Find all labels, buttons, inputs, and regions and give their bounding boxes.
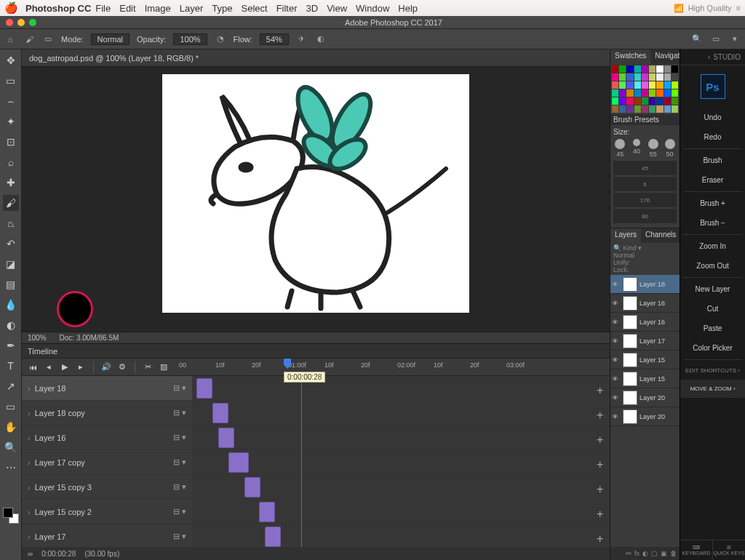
add-clip-icon[interactable]: + [597,409,605,417]
brush-tool[interactable]: 🖌 [3,195,19,211]
fx-icon[interactable]: fx [634,550,640,557]
swatch[interactable] [664,97,671,105]
clip-row[interactable] [192,500,610,524]
track-row[interactable]: ›Layer 16⊟ ▾ [22,425,192,450]
next-frame-icon[interactable]: ▸ [76,362,86,372]
opacity-value[interactable]: 100% [173,33,207,45]
visibility-icon[interactable]: 👁 [612,337,621,345]
swatch[interactable] [642,81,648,89]
new-layer-button[interactable]: New Layer [680,279,745,299]
clip-row[interactable] [192,376,610,401]
folder-icon[interactable]: ▢ [651,550,658,557]
document-tab[interactable]: dog_astropad.psd @ 100% (Layer 18, RGB/8… [22,49,610,67]
swatch[interactable] [612,65,618,73]
layer-item[interactable]: 👁Layer 16 [610,313,680,332]
swatch[interactable] [672,97,678,105]
eyedropper-tool[interactable]: ⌕ [3,154,19,170]
redo-button[interactable]: Redo [680,127,745,147]
kind-filter[interactable]: 🔍 Kind ▾ [613,244,642,252]
brush-stroke-sample[interactable]: 80 [613,209,677,223]
layers-tab[interactable]: Layers [610,228,641,243]
swatch[interactable] [619,81,626,89]
add-clip-icon[interactable]: + [597,433,605,442]
menu-type[interactable]: Type [212,3,232,14]
quickkeys-button[interactable]: ⊞QUICK KEYS [713,540,745,560]
layer-item[interactable]: 👁Layer 16 [610,294,680,313]
menu-window[interactable]: Window [356,3,389,14]
new-layer-icon[interactable]: ▣ [661,550,667,557]
swatch[interactable] [649,65,656,73]
clip[interactable] [228,452,249,473]
zoom-tool[interactable]: 🔍 [3,439,19,455]
eraser-button[interactable]: Eraser [680,170,745,190]
mode-select[interactable]: Normal [91,33,130,45]
layer-item[interactable]: 👁Layer 20 [610,407,680,426]
visibility-icon[interactable]: 👁 [612,300,621,307]
add-clip-icon[interactable]: + [597,483,605,492]
playhead[interactable] [284,359,291,369]
healing-tool[interactable]: ✚ [3,175,19,191]
color-swatches[interactable] [3,508,19,524]
swatch[interactable] [649,105,656,113]
swatch[interactable] [649,97,656,105]
clip-row[interactable] [192,524,610,547]
transition-icon[interactable]: ▨ [159,362,169,372]
swatch[interactable] [634,73,641,81]
swatch[interactable] [649,89,656,97]
timeline-ruler[interactable]: 00 10f 20f 01:00f 10f 20f 02:00f 10f 20f… [175,359,604,375]
swatch[interactable] [619,97,626,105]
add-clip-icon[interactable]: + [597,384,605,393]
timeline-tab[interactable]: Timeline [28,347,57,356]
link-icon[interactable]: ⚯ [626,550,632,557]
swatch[interactable] [634,97,641,105]
color-picker-button[interactable]: Color Picker [680,338,745,358]
menu-image[interactable]: Image [145,3,171,14]
swatches-grid[interactable] [610,64,680,114]
menu-filter[interactable]: Filter [276,3,298,14]
blend-mode[interactable]: Normal [613,252,634,259]
swatch[interactable] [626,89,633,97]
minimize-icon[interactable] [17,19,25,26]
swatch[interactable] [634,81,641,89]
first-frame-icon[interactable]: ⏮ [28,363,38,372]
pressure-opacity-icon[interactable]: ◔ [215,33,226,45]
swatch[interactable] [664,81,671,89]
swatch[interactable] [626,65,633,73]
shape-tool[interactable]: ▭ [3,399,19,415]
swatch[interactable] [619,73,626,81]
swatch[interactable] [672,81,678,89]
timeline-fps[interactable]: (30.00 fps) [84,550,119,558]
brush-preset-icon[interactable]: 🖌 [23,33,35,45]
workspace-icon[interactable]: ▾ [729,33,741,45]
flow-value[interactable]: 54% [260,33,289,45]
swatch[interactable] [626,105,633,113]
swatch[interactable] [634,89,641,97]
add-clip-icon[interactable]: + [597,458,605,467]
track-row[interactable]: ›Layer 18⊟ ▾ [22,376,192,401]
zoom-level[interactable]: 100% [28,334,47,342]
clip-row[interactable] [192,475,610,500]
track-row[interactable]: ›Layer 15 copy 3⊟ ▾ [22,475,192,500]
swatch[interactable] [619,89,626,97]
swatch[interactable] [642,105,648,113]
split-icon[interactable]: ✂ [143,362,153,372]
swatch[interactable] [649,81,656,89]
dodge-tool[interactable]: ◐ [3,317,19,333]
paste-button[interactable]: Paste [680,319,745,338]
clip[interactable] [196,378,212,399]
crop-tool[interactable]: ⊡ [3,134,19,150]
canvas-area[interactable] [22,67,610,332]
swatch[interactable] [656,97,663,105]
swatches-tab[interactable]: Swatches [610,49,650,64]
photoshop-badge[interactable]: Ps [701,74,725,99]
wand-tool[interactable]: ✦ [3,113,19,129]
trash-icon[interactable]: 🗑 [670,550,677,557]
swatch[interactable] [612,97,618,105]
layer-item[interactable]: 👁Layer 15 [610,351,680,369]
layer-item[interactable]: 👁Layer 17 [610,332,680,351]
search-icon[interactable]: 🔍 [691,33,703,45]
zoom-icon[interactable] [29,19,36,26]
canvas[interactable] [162,74,469,313]
swatch[interactable] [664,65,671,73]
swatch[interactable] [634,65,641,73]
